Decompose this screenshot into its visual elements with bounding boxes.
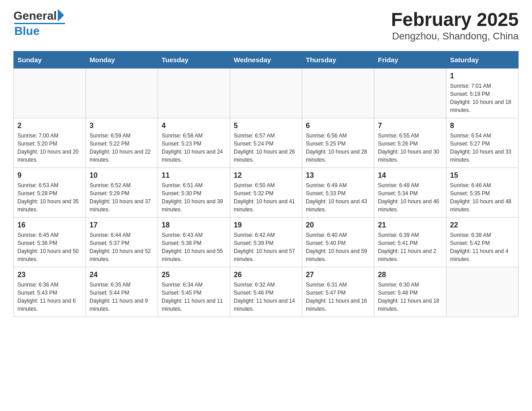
day-info: Sunrise: 6:50 AMSunset: 5:32 PMDaylight:… xyxy=(234,181,298,214)
day-number: 18 xyxy=(162,221,226,229)
day-info: Sunrise: 6:40 AMSunset: 5:40 PMDaylight:… xyxy=(306,231,370,263)
day-number: 12 xyxy=(234,171,298,180)
day-number: 2 xyxy=(17,122,82,130)
weekday-header-saturday: Saturday xyxy=(446,51,519,68)
calendar-day-cell: 2Sunrise: 7:00 AMSunset: 5:20 PMDaylight… xyxy=(14,118,86,168)
calendar-day-cell xyxy=(302,68,374,118)
calendar-day-cell xyxy=(158,68,230,118)
day-number: 26 xyxy=(234,271,298,279)
day-number: 21 xyxy=(378,221,442,229)
calendar-day-cell: 25Sunrise: 6:34 AMSunset: 5:45 PMDayligh… xyxy=(158,267,230,317)
weekday-header-monday: Monday xyxy=(86,51,158,68)
day-info: Sunrise: 6:35 AMSunset: 5:44 PMDaylight:… xyxy=(90,281,154,313)
day-info: Sunrise: 6:30 AMSunset: 5:48 PMDaylight:… xyxy=(378,281,442,313)
day-number: 23 xyxy=(17,271,82,279)
calendar-day-cell: 16Sunrise: 6:45 AMSunset: 5:36 PMDayligh… xyxy=(14,218,86,267)
weekday-header-friday: Friday xyxy=(374,51,446,68)
calendar-day-cell: 9Sunrise: 6:53 AMSunset: 5:28 PMDaylight… xyxy=(14,168,86,218)
calendar-day-cell: 27Sunrise: 6:31 AMSunset: 5:47 PMDayligh… xyxy=(302,267,374,317)
calendar-day-cell: 19Sunrise: 6:42 AMSunset: 5:39 PMDayligh… xyxy=(230,218,302,267)
day-info: Sunrise: 6:56 AMSunset: 5:25 PMDaylight:… xyxy=(306,132,370,164)
weekday-header-tuesday: Tuesday xyxy=(158,51,230,68)
day-info: Sunrise: 6:49 AMSunset: 5:33 PMDaylight:… xyxy=(306,181,370,214)
calendar-day-cell: 10Sunrise: 6:52 AMSunset: 5:29 PMDayligh… xyxy=(86,168,158,218)
day-info: Sunrise: 6:46 AMSunset: 5:35 PMDaylight:… xyxy=(450,181,515,214)
day-info: Sunrise: 6:57 AMSunset: 5:24 PMDaylight:… xyxy=(234,132,298,164)
day-info: Sunrise: 6:34 AMSunset: 5:45 PMDaylight:… xyxy=(162,281,226,313)
day-number: 13 xyxy=(306,171,370,180)
calendar-day-cell xyxy=(14,68,86,118)
day-number: 15 xyxy=(450,171,515,180)
day-number: 9 xyxy=(17,171,82,180)
day-info: Sunrise: 6:54 AMSunset: 5:27 PMDaylight:… xyxy=(450,132,515,164)
calendar-week-row: 9Sunrise: 6:53 AMSunset: 5:28 PMDaylight… xyxy=(14,168,519,218)
calendar-day-cell: 24Sunrise: 6:35 AMSunset: 5:44 PMDayligh… xyxy=(86,267,158,317)
day-number: 17 xyxy=(90,221,154,229)
logo-arrow-icon xyxy=(58,9,64,21)
day-number: 16 xyxy=(17,221,82,229)
day-number: 20 xyxy=(306,221,370,229)
day-info: Sunrise: 6:43 AMSunset: 5:38 PMDaylight:… xyxy=(162,231,226,263)
calendar-day-cell: 20Sunrise: 6:40 AMSunset: 5:40 PMDayligh… xyxy=(302,218,374,267)
calendar-table: SundayMondayTuesdayWednesdayThursdayFrid… xyxy=(13,51,519,317)
weekday-header-thursday: Thursday xyxy=(302,51,374,68)
day-number: 11 xyxy=(162,171,226,180)
day-info: Sunrise: 6:39 AMSunset: 5:41 PMDaylight:… xyxy=(378,231,442,263)
weekday-header-sunday: Sunday xyxy=(14,51,86,68)
calendar-day-cell: 5Sunrise: 6:57 AMSunset: 5:24 PMDaylight… xyxy=(230,118,302,168)
calendar-day-cell: 17Sunrise: 6:44 AMSunset: 5:37 PMDayligh… xyxy=(86,218,158,267)
calendar-week-row: 2Sunrise: 7:00 AMSunset: 5:20 PMDaylight… xyxy=(14,118,519,168)
calendar-day-cell: 6Sunrise: 6:56 AMSunset: 5:25 PMDaylight… xyxy=(302,118,374,168)
logo-general-text: General xyxy=(13,9,57,23)
calendar-day-cell: 28Sunrise: 6:30 AMSunset: 5:48 PMDayligh… xyxy=(374,267,446,317)
title-area: February 2025 Dengzhou, Shandong, China xyxy=(391,9,519,42)
calendar-day-cell: 8Sunrise: 6:54 AMSunset: 5:27 PMDaylight… xyxy=(446,118,519,168)
day-number: 4 xyxy=(162,122,226,130)
day-info: Sunrise: 6:31 AMSunset: 5:47 PMDaylight:… xyxy=(306,281,370,313)
calendar-day-cell: 15Sunrise: 6:46 AMSunset: 5:35 PMDayligh… xyxy=(446,168,519,218)
calendar-day-cell: 13Sunrise: 6:49 AMSunset: 5:33 PMDayligh… xyxy=(302,168,374,218)
day-number: 6 xyxy=(306,122,370,130)
day-number: 25 xyxy=(162,271,226,279)
page-header: General Blue February 2025 Dengzhou, Sha… xyxy=(13,9,519,42)
calendar-day-cell: 22Sunrise: 6:38 AMSunset: 5:42 PMDayligh… xyxy=(446,218,519,267)
calendar-day-cell: 21Sunrise: 6:39 AMSunset: 5:41 PMDayligh… xyxy=(374,218,446,267)
calendar-day-cell: 14Sunrise: 6:48 AMSunset: 5:34 PMDayligh… xyxy=(374,168,446,218)
calendar-day-cell: 11Sunrise: 6:51 AMSunset: 5:30 PMDayligh… xyxy=(158,168,230,218)
day-number: 22 xyxy=(450,221,515,229)
day-info: Sunrise: 6:38 AMSunset: 5:42 PMDaylight:… xyxy=(450,231,515,263)
day-number: 3 xyxy=(90,122,154,130)
calendar-week-row: 1Sunrise: 7:01 AMSunset: 5:19 PMDaylight… xyxy=(14,68,519,118)
calendar-week-row: 16Sunrise: 6:45 AMSunset: 5:36 PMDayligh… xyxy=(14,218,519,267)
day-info: Sunrise: 6:55 AMSunset: 5:26 PMDaylight:… xyxy=(378,132,442,164)
calendar-week-row: 23Sunrise: 6:36 AMSunset: 5:43 PMDayligh… xyxy=(14,267,519,317)
logo-blue-text: Blue xyxy=(14,23,65,37)
calendar-day-cell xyxy=(374,68,446,118)
weekday-header-wednesday: Wednesday xyxy=(230,51,302,68)
day-number: 1 xyxy=(450,72,515,80)
calendar-day-cell: 26Sunrise: 6:32 AMSunset: 5:46 PMDayligh… xyxy=(230,267,302,317)
day-number: 5 xyxy=(234,122,298,130)
day-info: Sunrise: 6:45 AMSunset: 5:36 PMDaylight:… xyxy=(17,231,82,263)
day-info: Sunrise: 6:48 AMSunset: 5:34 PMDaylight:… xyxy=(378,181,442,214)
calendar-day-cell xyxy=(230,68,302,118)
calendar-day-cell: 12Sunrise: 6:50 AMSunset: 5:32 PMDayligh… xyxy=(230,168,302,218)
calendar-day-cell: 1Sunrise: 7:01 AMSunset: 5:19 PMDaylight… xyxy=(446,68,519,118)
calendar-day-cell xyxy=(446,267,519,317)
calendar-day-cell xyxy=(86,68,158,118)
calendar-header-row: SundayMondayTuesdayWednesdayThursdayFrid… xyxy=(14,51,519,68)
day-info: Sunrise: 6:42 AMSunset: 5:39 PMDaylight:… xyxy=(234,231,298,263)
page-title: February 2025 xyxy=(391,9,519,30)
day-number: 27 xyxy=(306,271,370,279)
day-number: 28 xyxy=(378,271,442,279)
logo: General Blue xyxy=(13,9,64,37)
day-info: Sunrise: 6:32 AMSunset: 5:46 PMDaylight:… xyxy=(234,281,298,313)
calendar-day-cell: 4Sunrise: 6:58 AMSunset: 5:23 PMDaylight… xyxy=(158,118,230,168)
day-number: 8 xyxy=(450,122,515,130)
day-info: Sunrise: 6:53 AMSunset: 5:28 PMDaylight:… xyxy=(17,181,82,214)
page-subtitle: Dengzhou, Shandong, China xyxy=(391,30,519,42)
day-info: Sunrise: 6:36 AMSunset: 5:43 PMDaylight:… xyxy=(17,281,82,313)
calendar-day-cell: 7Sunrise: 6:55 AMSunset: 5:26 PMDaylight… xyxy=(374,118,446,168)
day-number: 14 xyxy=(378,171,442,180)
calendar-day-cell: 23Sunrise: 6:36 AMSunset: 5:43 PMDayligh… xyxy=(14,267,86,317)
